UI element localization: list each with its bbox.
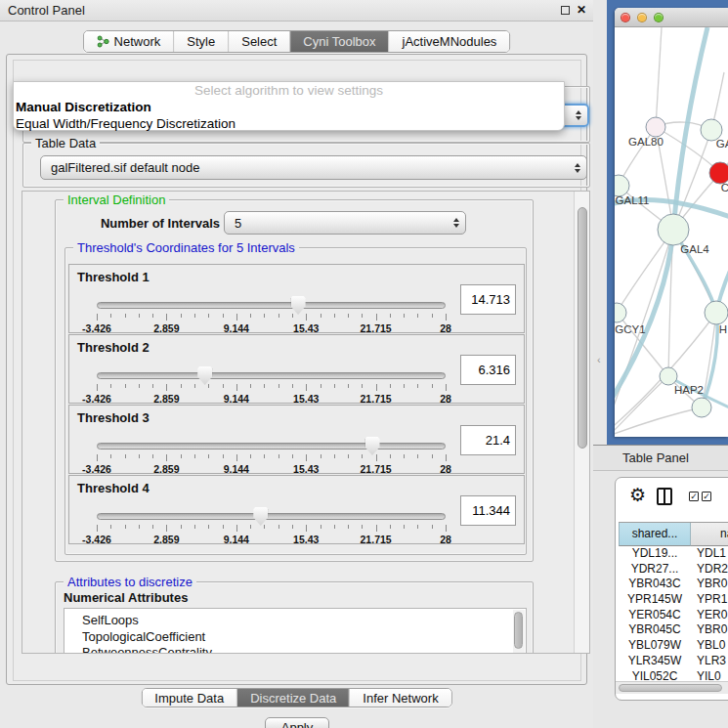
discretize-data-panel: Discretization Algorithm Table Data galF… — [13, 60, 581, 681]
control-panel-title: Control Panel — [8, 3, 85, 18]
window-close-icon[interactable]: ✕ — [577, 3, 586, 17]
table-row[interactable]: YBL079WYBL0 — [619, 638, 728, 654]
slider-thumb[interactable] — [291, 296, 306, 315]
settings-scroll-thumb[interactable] — [578, 207, 587, 449]
attribute-item-betweennesscentrality[interactable]: BetweennessCentrality — [82, 645, 526, 654]
network-node-gcy1[interactable] — [615, 303, 626, 322]
dropdown-option-manual-discretization[interactable]: Manual Discretization — [14, 99, 564, 115]
panel-collapse-icon[interactable]: ‹ — [597, 354, 601, 365]
tab-style[interactable]: Style — [173, 31, 228, 52]
network-canvas[interactable]: GAL80GACGAL11GAL4GCY1HHAP2 — [615, 27, 728, 437]
network-node-label[interactable]: H — [719, 323, 727, 335]
table-scroll-thumb[interactable] — [619, 684, 722, 692]
network-node-label[interactable]: GAL11 — [616, 194, 650, 206]
network-node-label[interactable]: GA — [716, 138, 728, 150]
network-node-label[interactable]: C — [721, 182, 728, 193]
settings-scrollbar[interactable] — [574, 192, 589, 653]
tab-jactivemnodules[interactable]: jActiveMNodules — [389, 31, 510, 52]
threshold-value-field[interactable]: 6.316 — [460, 355, 516, 385]
attributes-list-scroll-thumb[interactable] — [514, 612, 523, 649]
mode-tab-discretize-data[interactable]: Discretize Data — [236, 689, 349, 707]
tick-label: 21.715 — [361, 463, 392, 475]
combo-stepper-icon — [576, 110, 581, 120]
tick-mark — [194, 454, 195, 458]
tick-mark — [139, 525, 140, 529]
tick-mark — [417, 454, 418, 458]
window-float-icon[interactable] — [561, 6, 570, 15]
table-row[interactable]: YBR045CYBR0 — [619, 622, 728, 638]
network-node-h[interactable] — [705, 301, 728, 324]
tick-mark — [404, 525, 405, 529]
column-header-na[interactable]: na — [691, 523, 728, 546]
tick-mark — [97, 314, 98, 321]
table-horizontal-scrollbar[interactable] — [616, 681, 728, 694]
cell-name: YBR0 — [691, 622, 728, 638]
attribute-item-selfloops[interactable]: SelfLoops — [82, 613, 526, 629]
cell-name: YLR3 — [691, 654, 728, 669]
tab-cyni-toolbox[interactable]: Cyni Toolbox — [289, 31, 388, 52]
network-node-c[interactable] — [709, 162, 728, 184]
tick-mark — [97, 525, 98, 532]
network-node-label[interactable]: HAP2 — [674, 384, 704, 396]
numerical-attributes-list[interactable]: SelfLoopsTopologicalCoefficientBetweenne… — [64, 608, 527, 654]
network-node-hap2[interactable] — [660, 367, 677, 385]
apply-button[interactable]: Apply — [265, 717, 329, 728]
network-node-label[interactable]: GCY1 — [615, 323, 645, 335]
table-row[interactable]: YBR043CYBR0 — [619, 577, 728, 592]
close-traffic-light[interactable] — [621, 13, 630, 22]
threshold-value-field[interactable]: 14.713 — [460, 284, 516, 315]
tab-select[interactable]: Select — [228, 31, 289, 52]
table-row[interactable]: YER054CYER0 — [619, 608, 728, 623]
slider-track[interactable] — [97, 302, 446, 309]
tab-network[interactable]: Network — [84, 31, 174, 52]
tick-mark — [306, 384, 307, 391]
network-node[interactable] — [692, 398, 711, 417]
slider-track[interactable] — [97, 443, 446, 450]
tick-mark — [236, 525, 237, 532]
threshold-value-field[interactable]: 21.4 — [460, 425, 516, 455]
slider-thumb[interactable] — [253, 507, 268, 526]
number-of-intervals-select[interactable]: 5 — [224, 211, 466, 235]
slider-track[interactable] — [97, 372, 446, 379]
minimize-traffic-light[interactable] — [637, 13, 647, 22]
slider-thumb[interactable] — [365, 437, 380, 455]
network-view-window[interactable]: GAL80GACGAL11GAL4GCY1HHAP2 — [615, 8, 728, 437]
tick-label: 2.859 — [153, 322, 179, 334]
network-window-titlebar[interactable] — [615, 8, 728, 27]
tick-mark — [376, 314, 377, 321]
table-row[interactable]: YLR345WYLR3 — [619, 654, 728, 669]
dropdown-option-equal-width-frequency-discretization[interactable]: Equal Width/Frequency Discretization — [14, 115, 564, 132]
table-row[interactable]: YDL19...YDL1 — [619, 546, 728, 562]
threshold-panels: Threshold 1-3.4262.8599.14415.4321.71528… — [68, 264, 525, 545]
network-node-label[interactable]: GAL4 — [680, 243, 709, 255]
tick-mark — [292, 454, 293, 458]
checkbox-icon[interactable] — [689, 492, 699, 501]
tick-mark — [250, 384, 251, 388]
interval-definition-group: Interval Definition Number of Intervals … — [55, 199, 534, 562]
table-row[interactable]: YDR27...YDR2 — [619, 562, 728, 578]
slider-track[interactable] — [97, 513, 446, 520]
mode-tab-infer-network[interactable]: Infer Network — [349, 689, 450, 707]
checkbox-icon[interactable] — [702, 492, 711, 501]
number-of-intervals-label: Number of Intervals — [93, 216, 220, 231]
network-graph[interactable]: GAL80GACGAL11GAL4GCY1HHAP2 — [615, 27, 728, 437]
tick-mark — [264, 314, 265, 318]
network-node-gal80[interactable] — [646, 117, 665, 137]
split-column-icon[interactable] — [657, 488, 672, 505]
table-row[interactable]: YPR145WYPR1 — [619, 592, 728, 608]
tick-mark — [181, 525, 182, 529]
table-data-select[interactable]: galFiltered.sif default node — [40, 155, 587, 180]
mode-tab-impute-data[interactable]: Impute Data — [142, 689, 236, 707]
threshold-value-field[interactable]: 11.344 — [460, 495, 516, 526]
attribute-item-topologicalcoefficient[interactable]: TopologicalCoefficient — [82, 629, 526, 646]
gear-icon[interactable]: ⚙ — [629, 484, 646, 506]
attributes-group: Attributes to discretize Numerical Attri… — [55, 581, 534, 654]
column-header-shared-[interactable]: shared... — [619, 523, 691, 546]
slider-thumb[interactable] — [197, 366, 212, 385]
algorithm-dropdown-popup: Select algorithm to view settings Manual… — [13, 81, 565, 131]
attributes-list-scrollbar[interactable] — [513, 610, 525, 654]
network-node-label[interactable]: GAL80 — [628, 136, 664, 148]
zoom-traffic-light[interactable] — [654, 13, 664, 22]
tick-mark — [362, 525, 363, 529]
network-node-gal4[interactable] — [658, 214, 689, 245]
